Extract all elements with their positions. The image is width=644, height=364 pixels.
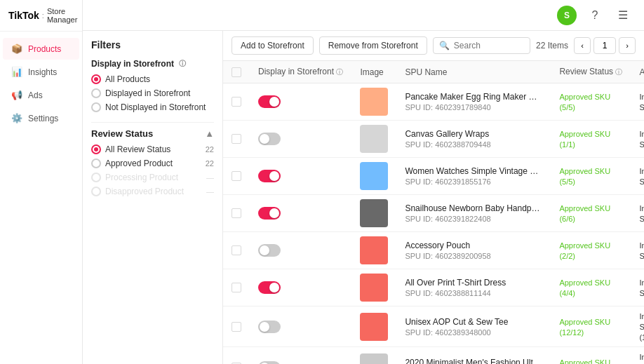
spu-name: Women Watches Simple Vintage Small Dial … (405, 166, 542, 176)
sidebar-item-insights[interactable]: 📊 Insights (3, 61, 79, 83)
topbar-avatar: S (557, 6, 577, 25)
row-checkbox[interactable] (232, 322, 241, 332)
availability-status: In Stock SKU (5/5) (639, 167, 644, 186)
pagination: ‹ › (574, 37, 636, 54)
review-status: Approved SKU (1/1) (559, 130, 610, 149)
sidebar-item-products[interactable]: 📦 Products (3, 38, 79, 60)
menu-icon[interactable]: ☰ (613, 6, 633, 25)
radio-not-displayed[interactable]: Not Displayed in Storefront (91, 102, 214, 112)
toggle-switch[interactable] (258, 321, 281, 333)
table-row: Snailhouse Newborn Baby Handprint Footpr… (223, 195, 644, 232)
review-status: Approved SKU (12/12) (559, 318, 610, 337)
toolbar: Add to Storefront Remove from Storefront… (223, 31, 644, 61)
product-image (360, 313, 388, 341)
toggle-switch[interactable] (258, 207, 281, 220)
page-prev-button[interactable]: ‹ (574, 37, 591, 54)
sidebar-item-label: Ads (28, 90, 43, 100)
radio-all-review[interactable]: All Review Status 22 (91, 144, 214, 154)
spu-name: Accessory Pouch (405, 241, 542, 250)
radio-circle-all-review (91, 144, 101, 154)
availability-status: In Stock SKU (5/5) (639, 93, 644, 112)
display-filter-label: Display in Storefront ⓘ (91, 59, 214, 69)
radio-circle-disapproved (91, 187, 101, 196)
row-checkbox[interactable] (232, 171, 241, 181)
items-count: 22 Items (536, 41, 568, 50)
remove-storefront-button[interactable]: Remove from Storefront (319, 36, 427, 55)
spu-id: SPU ID: 4602388709448 (405, 140, 542, 149)
table-row: All Over Print T-Shirt Dress SPU ID: 460… (223, 269, 644, 306)
table-row: Pancake Maker Egg Ring Maker Nonstick Ea… (223, 83, 644, 121)
spu-name: Pancake Maker Egg Ring Maker Nonstick Ea… (405, 92, 542, 102)
ads-icon: 📢 (11, 90, 22, 100)
review-filter-section: Review Status ▲ All Review Status 22 App… (91, 128, 214, 196)
table-row: 2020 Minimalist Men's Fashion Ultra Thin… (223, 347, 644, 365)
spu-name: All Over Print T-Shirt Dress (405, 278, 542, 288)
collapse-icon[interactable]: ▲ (205, 128, 214, 139)
gear-icon: ⚙️ (11, 113, 22, 123)
sidebar-item-settings[interactable]: ⚙️ Settings (3, 107, 79, 129)
row-checkbox[interactable] (232, 97, 241, 107)
toggle-switch[interactable] (258, 95, 281, 108)
sidebar-item-label: Settings (28, 114, 58, 123)
toggle-switch[interactable] (258, 244, 281, 257)
col-review: Review Status ⓘ (551, 61, 631, 83)
col-image: Image (351, 61, 396, 83)
add-storefront-button[interactable]: Add to Storefront (232, 36, 314, 55)
radio-label-approved: Approved Product (105, 159, 173, 168)
search-input[interactable] (454, 41, 524, 50)
toggle-switch[interactable] (258, 361, 281, 365)
review-status: Approved SKU (2/2) (559, 241, 610, 260)
radio-all-products[interactable]: All Products (91, 74, 214, 84)
radio-circle-not-displayed (91, 102, 101, 112)
availability-status: In Stock SKU (6/6) (639, 204, 644, 223)
topbar: S ? ☰ (83, 0, 644, 31)
toolbar-left: Add to Storefront Remove from Storefront… (232, 36, 530, 55)
review-status: Approved SKU (5/5) (559, 93, 610, 112)
product-image (360, 353, 388, 365)
radio-label-all-review: All Review Status (105, 144, 170, 154)
table-container: Display in Storefront ⓘ Image SPU Name R… (223, 61, 644, 364)
radio-label-disapproved: Disapproved Product (105, 187, 184, 196)
count-approved: 22 (206, 159, 214, 168)
row-checkbox[interactable] (232, 283, 241, 292)
radio-label-processing: Processing Product (105, 173, 178, 182)
toggle-switch[interactable] (258, 170, 281, 182)
review-status: Approved SKU (4/4) (559, 278, 610, 297)
row-checkbox[interactable] (232, 134, 241, 144)
spu-name: Canvas Gallery Wraps (405, 129, 542, 139)
toolbar-right: 22 Items ‹ › (536, 37, 636, 54)
spu-name: Snailhouse Newborn Baby Handprint Footpr… (405, 203, 542, 213)
sidebar-nav: 📦 Products 📊 Insights 📢 Ads ⚙️ Settings (0, 32, 82, 364)
count-all-review: 22 (206, 145, 214, 154)
spu-id: SPU ID: 4602391855176 (405, 177, 542, 186)
count-disapproved: — (206, 187, 214, 196)
radio-approved[interactable]: Approved Product 22 (91, 159, 214, 168)
product-image (360, 162, 388, 190)
row-checkbox[interactable] (232, 245, 241, 255)
product-image (360, 88, 388, 116)
col-display: Display in Storefront ⓘ (250, 61, 351, 83)
help-icon[interactable]: ? (585, 6, 605, 25)
filter-title: Filters (91, 39, 214, 50)
search-box: 🔍 (433, 37, 530, 54)
sidebar-item-label: Products (28, 44, 61, 54)
page-next-button[interactable]: › (619, 37, 636, 54)
content-area: Add to Storefront Remove from Storefront… (223, 31, 644, 364)
row-checkbox[interactable] (232, 208, 241, 218)
availability-status: In Stock SKU (12/12) (639, 312, 644, 342)
col-spu-name: SPU Name (396, 61, 551, 83)
count-processing: — (206, 173, 214, 182)
page-input[interactable] (593, 37, 616, 54)
logo-brand: TikTok (8, 10, 39, 21)
product-image (360, 236, 388, 264)
radio-displayed[interactable]: Displayed in Storefront (91, 88, 214, 98)
toggle-switch[interactable] (258, 133, 281, 145)
sidebar-item-ads[interactable]: 📢 Ads (3, 84, 79, 106)
filter-panel: Filters Display in Storefront ⓘ Display … (83, 31, 223, 364)
availability-status: In Stock SKU (1/1) (639, 130, 644, 149)
review-filter-label: Review Status ▲ (91, 128, 214, 139)
review-status: Approved SKU (6/6) (559, 204, 610, 223)
toggle-switch[interactable] (258, 281, 281, 294)
select-all-checkbox[interactable] (232, 67, 241, 77)
spu-id: SPU ID: 4602391822408 (405, 215, 542, 223)
